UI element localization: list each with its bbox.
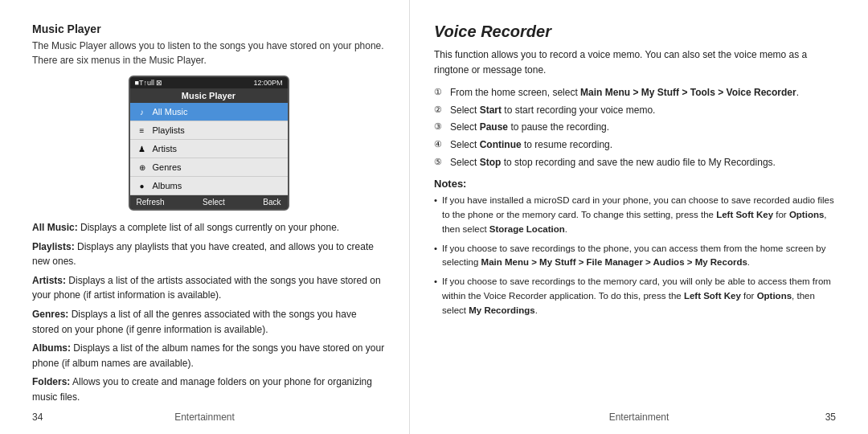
softkey-refresh: Refresh <box>137 198 165 207</box>
phone-screen: ♪ All Music ≡ Playlists ♟ Artists ⊕ Genr… <box>130 103 288 195</box>
status-right: 12:00PM <box>253 79 282 87</box>
step-text-4: Select Continue to resume recording. <box>450 137 612 153</box>
phone-menu-item: ♟ Artists <box>130 140 288 158</box>
desc-playlists: Playlists: Displays any playlists that y… <box>32 240 385 269</box>
softkey-select: Select <box>203 198 225 207</box>
left-section-intro: The Music Player allows you to listen to… <box>32 39 385 68</box>
vr-intro: This function allows you to record a voi… <box>434 47 836 77</box>
phone-menu-item: ● Albums <box>130 177 288 195</box>
desc-genres: Genres: Displays a list of all the genre… <box>32 307 385 337</box>
notes-title: Notes: <box>434 178 836 190</box>
page-right: Voice Recorder This function allows you … <box>410 0 868 434</box>
step-num-2: ② <box>434 103 445 117</box>
vr-step-2: ② Select Start to start recording your v… <box>434 103 836 118</box>
phone-status-bar: ■T↑ull ⊠ 12:00PM <box>130 77 288 88</box>
vr-step-4: ④ Select Continue to resume recording. <box>434 137 836 153</box>
step-num-1: ① <box>434 85 445 99</box>
genres-icon: ⊕ <box>137 163 148 172</box>
desc-albums: Albums: Displays a list of the album nam… <box>32 341 385 371</box>
menu-item-label: Artists <box>153 144 178 154</box>
softkey-back: Back <box>263 198 280 207</box>
desc-allmusic: All Music: Displays a complete list of a… <box>32 220 385 235</box>
step-text-3: Select Pause to pause the recording. <box>450 120 609 135</box>
phone-menu-item: ⊕ Genres <box>130 158 288 177</box>
footer-center-right: Entertainment <box>609 411 669 423</box>
note-1: If you have installed a microSD card in … <box>434 194 836 236</box>
notes-list: If you have installed a microSD card in … <box>434 194 836 318</box>
vr-step-5: ⑤ Select Stop to stop recording and save… <box>434 155 836 170</box>
phone-header: Music Player <box>130 88 288 103</box>
phone-menu-item: ♪ All Music <box>130 103 288 121</box>
vr-step-3: ③ Select Pause to pause the recording. <box>434 120 836 135</box>
albums-icon: ● <box>137 182 148 190</box>
artists-icon: ♟ <box>137 145 148 154</box>
step-num-5: ⑤ <box>434 155 445 169</box>
phone-mockup: ■T↑ull ⊠ 12:00PM Music Player ♪ All Musi… <box>129 76 289 211</box>
step-num-3: ③ <box>434 120 445 133</box>
playlists-icon: ≡ <box>137 126 148 135</box>
step-text-1: From the home screen, select Main Menu >… <box>450 85 799 100</box>
vr-step-1: ① From the home screen, select Main Menu… <box>434 85 836 100</box>
menu-item-label: Playlists <box>153 125 185 135</box>
voice-recorder-title: Voice Recorder <box>434 23 836 41</box>
step-text-5: Select Stop to stop recording and save t… <box>450 155 776 170</box>
status-left: ■T↑ull ⊠ <box>135 79 163 87</box>
vr-steps: ① From the home screen, select Main Menu… <box>434 85 836 170</box>
menu-item-label: Albums <box>153 181 182 190</box>
note-3: If you choose to save recordings to the … <box>434 275 836 317</box>
footer-center-left: Entertainment <box>174 411 235 423</box>
step-num-4: ④ <box>434 137 445 151</box>
left-section-title: Music Player <box>32 23 385 35</box>
menu-item-label: Genres <box>153 162 182 172</box>
note-2: If you choose to save recordings to the … <box>434 242 836 271</box>
page-number-right: 35 <box>825 411 836 423</box>
phone-menu-item: ≡ Playlists <box>130 121 288 140</box>
desc-folders: Folders: Allows you to create and manage… <box>32 375 385 404</box>
menu-item-label: All Music <box>153 107 188 117</box>
page-left: Music Player The Music Player allows you… <box>0 0 410 434</box>
page-number-left: 34 <box>32 411 43 423</box>
phone-softkeys: Refresh Select Back <box>130 195 288 209</box>
step-text-2: Select Start to start recording your voi… <box>450 103 655 118</box>
desc-artists: Artists: Displays a list of the artists … <box>32 273 385 303</box>
music-icon: ♪ <box>137 108 148 117</box>
